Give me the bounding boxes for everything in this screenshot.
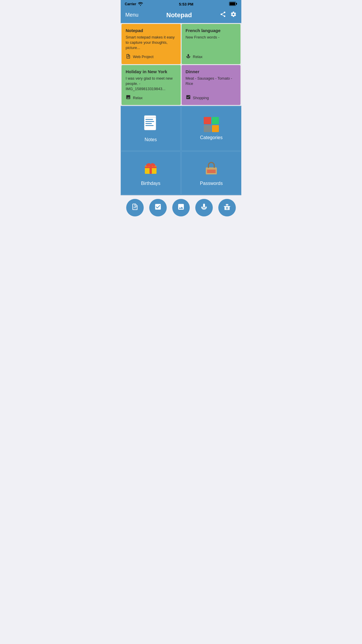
svg-rect-8 bbox=[145, 125, 154, 126]
note-content: New French words - bbox=[186, 35, 237, 40]
svg-rect-7 bbox=[145, 123, 152, 124]
status-left: Carrier bbox=[125, 2, 143, 7]
note-title: French language bbox=[186, 28, 237, 33]
note-footer-icon bbox=[126, 94, 131, 101]
note-content: Meat - Sausages - Tomato - Rice bbox=[186, 76, 237, 86]
tab-button-tab-photos[interactable] bbox=[172, 199, 190, 216]
svg-rect-20 bbox=[207, 172, 216, 173]
settings-icon[interactable] bbox=[230, 11, 237, 19]
carrier-label: Carrier bbox=[125, 2, 136, 6]
note-card-note-2[interactable]: French language New French words - Relax bbox=[182, 24, 241, 64]
note-footer-label: Relax bbox=[193, 55, 203, 59]
wifi-icon bbox=[138, 2, 143, 7]
tab-button-tab-notes[interactable] bbox=[126, 199, 144, 216]
page-title: Notepad bbox=[166, 11, 192, 19]
note-title: Notepad bbox=[126, 28, 177, 33]
menu-icon-notes bbox=[143, 115, 158, 134]
tab-button-tab-tasks[interactable] bbox=[149, 199, 167, 216]
menu-button[interactable]: Menu bbox=[125, 12, 138, 18]
note-footer: Web Project bbox=[126, 54, 177, 60]
note-footer: Shopping bbox=[186, 94, 237, 101]
note-footer-label: Web Project bbox=[133, 55, 154, 59]
svg-rect-6 bbox=[145, 121, 154, 122]
tab-icon-checkbox bbox=[154, 203, 162, 213]
note-card-note-3[interactable]: Holiday in New York I was very glad to m… bbox=[122, 65, 181, 105]
header-actions bbox=[220, 11, 237, 19]
svg-rect-9 bbox=[145, 117, 156, 118]
status-time: 5:53 PM bbox=[179, 2, 193, 6]
menu-item-menu-categories[interactable]: Categories bbox=[181, 106, 241, 151]
status-right bbox=[229, 2, 237, 7]
menu-grid: Notes Categories Birthdays bbox=[121, 106, 241, 195]
menu-item-menu-birthdays[interactable]: Birthdays bbox=[121, 151, 181, 195]
menu-icon-birthdays bbox=[143, 160, 159, 178]
menu-label-menu-passwords: Passwords bbox=[200, 181, 223, 186]
menu-item-menu-notes[interactable]: Notes bbox=[121, 106, 181, 151]
note-footer-icon bbox=[126, 54, 131, 60]
note-footer: Relax bbox=[126, 94, 177, 101]
tab-icon-image bbox=[177, 203, 185, 213]
tab-button-tab-voice[interactable] bbox=[195, 199, 213, 216]
note-content: I was very glad to meet new people. - IM… bbox=[126, 76, 177, 92]
note-footer: Relax bbox=[186, 54, 237, 60]
note-content: Smart notepad makes it easy to capture y… bbox=[126, 35, 177, 51]
note-footer-label: Shopping bbox=[193, 96, 209, 100]
notes-grid: Notepad Smart notepad makes it easy to c… bbox=[121, 23, 241, 106]
tab-button-tab-birthdays[interactable] bbox=[218, 199, 236, 216]
svg-rect-2 bbox=[236, 3, 237, 5]
note-footer-label: Relax bbox=[133, 96, 143, 100]
svg-rect-5 bbox=[145, 119, 153, 120]
tab-icon-microphone bbox=[200, 203, 208, 213]
note-title: Holiday in New York bbox=[126, 69, 177, 74]
tab-icon-document bbox=[131, 203, 139, 213]
menu-icon-passwords bbox=[203, 160, 219, 178]
note-card-note-1[interactable]: Notepad Smart notepad makes it easy to c… bbox=[122, 24, 181, 64]
note-title: Dinner bbox=[186, 69, 237, 74]
svg-rect-19 bbox=[207, 171, 216, 172]
note-footer-icon bbox=[186, 94, 191, 101]
menu-item-menu-passwords[interactable]: Passwords bbox=[181, 151, 241, 195]
menu-label-menu-notes: Notes bbox=[145, 137, 157, 142]
svg-rect-18 bbox=[207, 170, 216, 171]
tab-icon-gift bbox=[223, 203, 231, 213]
menu-label-menu-categories: Categories bbox=[200, 135, 222, 140]
battery-icon bbox=[229, 2, 237, 7]
header: Menu Notepad bbox=[121, 8, 241, 23]
status-bar: Carrier 5:53 PM bbox=[121, 0, 241, 8]
svg-point-16 bbox=[150, 164, 152, 167]
menu-icon-categories bbox=[204, 117, 219, 132]
svg-rect-1 bbox=[230, 2, 235, 5]
menu-label-menu-birthdays: Birthdays bbox=[141, 181, 161, 186]
share-icon[interactable] bbox=[220, 11, 226, 19]
note-card-note-4[interactable]: Dinner Meat - Sausages - Tomato - Rice S… bbox=[182, 65, 241, 105]
note-footer-icon bbox=[186, 54, 191, 60]
tab-bar bbox=[121, 195, 241, 221]
